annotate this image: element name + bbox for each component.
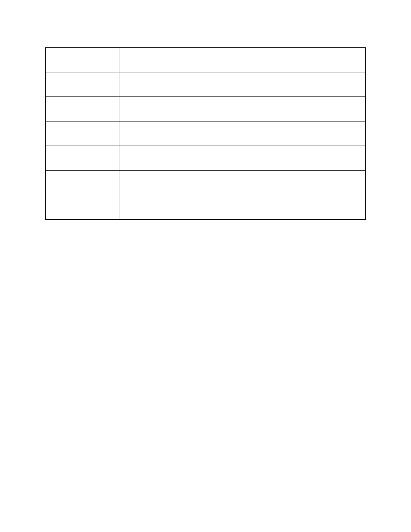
cell-label xyxy=(46,72,119,97)
data-table xyxy=(45,47,366,220)
table-row xyxy=(46,97,366,121)
table-row xyxy=(46,146,366,171)
cell-value xyxy=(119,97,365,121)
table-row xyxy=(46,195,366,220)
cell-value xyxy=(119,146,365,171)
cell-label xyxy=(46,195,119,220)
cell-label xyxy=(46,48,119,72)
cell-value xyxy=(119,121,365,146)
spacer xyxy=(45,233,366,240)
table-row xyxy=(46,72,366,97)
cell-value xyxy=(119,48,365,72)
cell-label xyxy=(46,171,119,195)
cell-label xyxy=(46,146,119,171)
links-section xyxy=(45,233,366,240)
cell-value xyxy=(119,171,365,195)
table-row xyxy=(46,48,366,72)
cell-label xyxy=(46,121,119,146)
table-row xyxy=(46,171,366,195)
cell-value xyxy=(119,72,365,97)
cell-label xyxy=(46,97,119,121)
document-page xyxy=(0,0,411,532)
table-row xyxy=(46,121,366,146)
cell-value xyxy=(119,195,365,220)
